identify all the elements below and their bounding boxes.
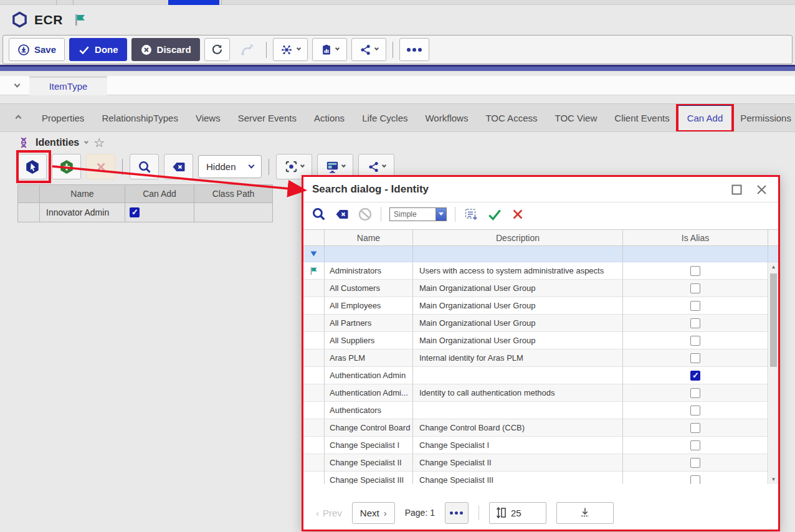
done-button[interactable]: Done (69, 38, 127, 61)
collapse-chevron-icon[interactable] (14, 81, 21, 87)
column-header-name[interactable]: Name (40, 184, 125, 203)
is-alias-checkbox[interactable] (690, 406, 700, 416)
panel-chevron-icon[interactable] (84, 139, 88, 143)
row-handle-cell[interactable] (303, 262, 325, 280)
dialog-grid-row[interactable]: Aras PLM Internal identity for Aras PLM (303, 349, 768, 367)
row-handle-cell[interactable] (303, 349, 325, 367)
tab-toc-view[interactable]: TOC View (546, 104, 606, 131)
dialog-grid-row[interactable]: All Suppliers Main Organizational User G… (303, 332, 768, 349)
row-handle-cell[interactable] (303, 402, 325, 419)
maximize-button[interactable] (728, 181, 745, 197)
export-button[interactable] (556, 502, 614, 524)
row-handle-cell[interactable] (303, 297, 325, 315)
tab-permissions[interactable]: Permissions (731, 104, 795, 131)
vertical-scroll-thumb[interactable] (770, 273, 777, 367)
tab-itemtype[interactable]: ItemType (29, 76, 107, 95)
confirm-check-icon[interactable] (487, 206, 503, 222)
scroll-up-arrow[interactable]: ▲ (769, 262, 778, 272)
is-alias-checkbox[interactable] (690, 458, 700, 468)
column-header-is-alias[interactable]: Is Alias (623, 229, 768, 246)
filter-is-alias-cell[interactable] (623, 246, 768, 262)
row-handle-cell[interactable] (303, 454, 325, 472)
scroll-down-arrow[interactable]: ▼ (769, 475, 778, 484)
dialog-grid-row[interactable]: Change Control Board Change Control Boar… (303, 419, 768, 437)
reports-menu-button[interactable] (312, 38, 347, 61)
row-handle-cell[interactable] (303, 472, 325, 484)
collapse-panel-icon[interactable] (16, 115, 22, 121)
save-button[interactable]: Save (9, 38, 65, 61)
is-alias-checkbox[interactable] (690, 301, 700, 311)
row-handle-cell[interactable] (303, 384, 325, 402)
search-button[interactable] (130, 154, 159, 179)
create-related-item-button[interactable] (52, 154, 81, 179)
is-alias-checkbox[interactable] (690, 388, 700, 398)
identities-grid-row[interactable]: Innovator Admin (17, 203, 273, 222)
row-handle-cell[interactable] (303, 315, 325, 332)
row-handle-cell[interactable] (303, 367, 325, 384)
column-header-name[interactable]: Name (325, 229, 413, 246)
next-page-button[interactable]: Next › (352, 502, 395, 524)
more-actions-button[interactable] (399, 38, 429, 61)
is-alias-checkbox[interactable] (690, 475, 700, 485)
row-handle-cell[interactable] (303, 419, 325, 437)
cancel-x-icon[interactable] (511, 207, 525, 221)
tab-life-cycles[interactable]: Life Cycles (353, 104, 416, 131)
share-menu-button[interactable] (351, 38, 386, 61)
active-browser-tab-indicator[interactable] (168, 0, 219, 5)
dialog-filter-row[interactable] (303, 246, 778, 262)
tab-relationshiptypes[interactable]: RelationshipTypes (93, 104, 187, 131)
structure-menu-button[interactable] (273, 38, 308, 61)
is-alias-checkbox[interactable] (690, 440, 700, 450)
tab-client-events[interactable]: Client Events (606, 104, 678, 131)
more-pages-button[interactable] (445, 502, 469, 524)
dialog-grid-row[interactable]: Authentication Admi... Identity to call … (303, 384, 768, 402)
dialog-grid-row[interactable]: Authenticators (303, 402, 768, 419)
clear-search-icon[interactable] (335, 207, 350, 222)
refresh-button[interactable] (204, 38, 230, 61)
dialog-grid-row[interactable]: Change Specialist I Change Specialist I (303, 437, 768, 454)
pick-related-item-button[interactable] (17, 154, 47, 179)
dialog-titlebar[interactable]: Search dialog - Identity (303, 177, 778, 202)
is-alias-checkbox[interactable] (690, 371, 700, 381)
column-header-can-add[interactable]: Can Add (125, 184, 194, 203)
dialog-grid-row[interactable]: All Partners Main Organizational User Gr… (303, 315, 768, 332)
dialog-grid-row[interactable]: Change Specialist III Change Specialist … (303, 472, 768, 484)
can-add-checkbox[interactable] (130, 207, 140, 217)
clear-search-button[interactable] (164, 154, 193, 179)
tab-can-add[interactable]: Can Add (678, 104, 732, 131)
tab-views[interactable]: Views (187, 104, 229, 131)
dialog-grid-row[interactable]: All Employees Main Organizational User G… (303, 297, 768, 315)
discard-button[interactable]: Discard (131, 38, 200, 61)
tab-server-events[interactable]: Server Events (229, 104, 305, 131)
dialog-grid-row[interactable]: Administrators Users with access to syst… (303, 262, 768, 280)
column-header-description[interactable]: Description (413, 229, 623, 246)
page-size-control[interactable]: 25 (489, 502, 546, 524)
vertical-scrollbar[interactable]: ▲ ▼ (769, 262, 778, 484)
hidden-filter-select[interactable]: Hidden (198, 155, 262, 178)
row-handle-cell[interactable] (303, 332, 325, 349)
column-header-class-path[interactable]: Class Path (194, 184, 273, 203)
is-alias-checkbox[interactable] (690, 423, 700, 433)
close-button[interactable] (753, 181, 769, 197)
tab-toc-access[interactable]: TOC Access (477, 104, 546, 131)
tab-workflows[interactable]: Workflows (416, 104, 477, 131)
filter-handle-cell[interactable] (303, 246, 325, 262)
multiselect-icon[interactable] (464, 207, 478, 222)
flag-icon[interactable] (73, 12, 88, 27)
is-alias-checkbox[interactable] (690, 336, 700, 346)
favorite-star-icon[interactable]: ☆ (93, 136, 105, 149)
filter-name-cell[interactable] (325, 246, 413, 262)
is-alias-checkbox[interactable] (690, 353, 700, 363)
row-handle-cell[interactable] (303, 437, 325, 454)
dialog-grid-row[interactable]: Authentication Admin (303, 367, 768, 384)
tab-properties[interactable]: Properties (33, 104, 93, 131)
is-alias-checkbox[interactable] (690, 266, 700, 276)
row-handle-cell[interactable] (303, 280, 325, 297)
search-mode-select[interactable]: Simple (389, 207, 447, 221)
search-icon[interactable] (311, 206, 326, 222)
tab-actions[interactable]: Actions (305, 104, 353, 131)
is-alias-checkbox[interactable] (690, 283, 700, 293)
is-alias-checkbox[interactable] (690, 318, 700, 328)
dialog-grid-row[interactable]: Change Specialist II Change Specialist I… (303, 454, 768, 472)
dialog-grid-row[interactable]: All Customers Main Organizational User G… (303, 280, 768, 297)
